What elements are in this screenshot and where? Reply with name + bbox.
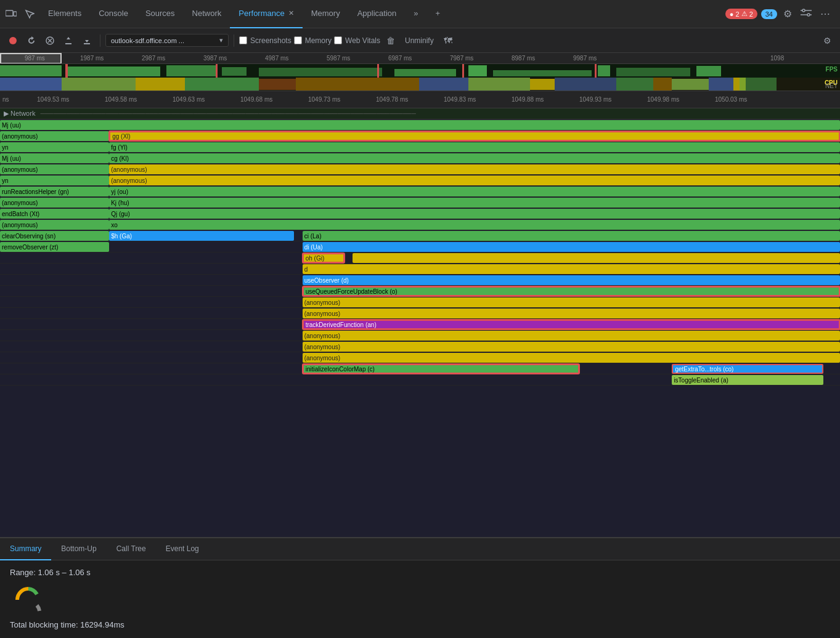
timeline-overview[interactable]: 987 ms 1987 ms 2987 ms 3987 ms 4987 ms 5… [0,53,840,91]
flame-row-anonymous-6[interactable]: (anonymous) [0,308,840,319]
flame-block-yn-label-2[interactable]: yn [0,176,109,185]
flame-row-anonymous-4[interactable]: (anonymous) xo [0,219,840,230]
upload-button[interactable] [60,33,76,49]
flame-row-track-derived[interactable]: trackDerivedFunction (an) [0,319,840,330]
flame-block-anonymous-8[interactable]: (anonymous) [303,342,840,352]
flame-row-use-queued[interactable]: useQueuedForceUpdateBlock (o) [0,286,840,297]
tab-memory[interactable]: Memory [303,0,349,28]
tab-more[interactable]: » [405,0,426,28]
tab-call-tree[interactable]: Call Tree [107,538,156,560]
flame-block-anonymous-label-3[interactable]: (anonymous) [0,198,109,208]
flame-row-yn-2[interactable]: yn (anonymous) [0,175,840,186]
flame-row-run-reactions[interactable]: runReactionsHelper (gn) yj (ou) [0,186,840,197]
unminify-button[interactable]: Unminify [401,33,438,49]
flame-block-remove-observer-label[interactable]: removeObserver (zt) [0,242,109,252]
flame-row-anonymous-1[interactable]: (anonymous) gg (Xl) [0,131,840,142]
flame-block-anonymous-9[interactable]: (anonymous) [303,353,840,363]
tab-elements[interactable]: Elements [39,0,90,28]
tab-network[interactable]: Network [184,0,230,28]
flame-block-use-observer[interactable]: useObserver (d) [303,275,840,285]
web-vitals-checkbox[interactable] [334,36,342,44]
info-badge[interactable]: 34 [761,9,777,19]
flame-chart-scroll[interactable]: ▶ Network ──────────────────────────────… [0,108,840,537]
flame-block-use-queued[interactable]: useQueuedForceUpdateBlock (o) [303,286,840,296]
more-options-icon[interactable]: ⋯ [818,6,833,22]
flame-block-get-extra[interactable]: getExtraTo...trols (co) [672,364,823,374]
flame-block-is-toggle[interactable]: isToggleEnabled (a) [672,375,823,385]
tab-sources[interactable]: Sources [137,0,184,28]
flame-row-is-toggle[interactable]: isToggleEnabled (a) [0,374,840,386]
customize-icon[interactable] [798,6,814,22]
tab-close-icon[interactable]: ✕ [288,9,294,17]
flame-row-anonymous-7[interactable]: (anonymous) [0,330,840,341]
network-section-header[interactable]: ▶ Network ──────────────────────────────… [0,108,840,119]
flame-row-mj-uu-top[interactable]: Mj (uu) [0,119,840,131]
record-button[interactable] [5,33,21,49]
flame-block-di-ua[interactable]: di (Ua) [303,242,840,252]
flame-block-anonymous-7[interactable]: (anonymous) [303,331,840,341]
flame-block-oh-gi-rest[interactable] [353,253,840,263]
toolbar-settings-icon[interactable]: ⚙ [819,33,835,49]
flame-block-gg-xl[interactable]: gg (Xl) [109,131,840,141]
flame-row-end-batch[interactable]: endBatch (Xt) Qj (gu) [0,208,840,219]
flame-block-xo[interactable]: xo [109,220,840,230]
flame-row-d[interactable]: d [0,264,840,275]
tab-console[interactable]: Console [90,0,137,28]
tab-summary[interactable]: Summary [0,538,51,560]
flame-block-cg-kl[interactable]: cg (Kl) [109,153,840,163]
flame-row-anonymous-8[interactable]: (anonymous) [0,341,840,352]
memory-checkbox[interactable] [294,36,302,44]
flame-block-anonymous-label-4[interactable]: (anonymous) [0,220,109,230]
flame-block-kj-hu[interactable]: Kj (hu) [109,198,840,208]
screenshots-checkbox-label[interactable]: Screenshots [239,36,292,45]
web-vitals-checkbox-label[interactable]: Web Vitals [334,36,380,45]
flame-row-oh-gi[interactable]: oh (Gi) [0,252,840,264]
flame-row-yn-1[interactable]: yn fg (Yl) [0,142,840,153]
inspect-icon[interactable] [21,6,38,23]
tab-performance[interactable]: Performance ✕ [230,0,302,28]
flame-row-anonymous-9[interactable]: (anonymous) [0,352,840,363]
memory-checkbox-label[interactable]: Memory [294,36,332,45]
flame-row-use-observer[interactable]: useObserver (d) [0,275,840,286]
flame-row-anonymous-3[interactable]: (anonymous) Kj (hu) [0,197,840,208]
tab-application[interactable]: Application [349,0,406,28]
tab-event-log[interactable]: Event Log [156,538,209,560]
flame-block-end-batch-label[interactable]: endBatch (Xt) [0,209,109,219]
flame-row-clear-observing[interactable]: clearObserving (sn) $h (Ga) ci (La) [0,230,840,241]
reload-record-button[interactable] [23,33,39,49]
flame-block-anonymous-label-1[interactable]: (anonymous) [0,131,109,141]
flame-block-yj-ou[interactable]: yj (ou) [109,187,840,196]
error-badge[interactable]: ● 2 ⚠ 2 [725,9,757,19]
settings-icon[interactable]: ⚙ [781,6,794,22]
clear-button[interactable] [42,33,58,49]
flame-block-oh-gi[interactable]: oh (Gi) [303,253,345,263]
flame-row-remove-observer[interactable]: removeObserver (zt) di (Ua) [0,241,840,252]
download-button[interactable] [79,33,95,49]
flame-block-track-derived[interactable]: trackDerivedFunction (an) [303,320,840,329]
unminify-icon[interactable]: 🗺 [440,33,456,49]
flame-block-mjuu[interactable]: Mj (uu) [0,120,840,130]
flame-block-clear-observing-label[interactable]: clearObserving (sn) [0,231,109,241]
trash-icon[interactable]: 🗑 [383,33,399,49]
flame-block-mj-uu-label[interactable]: Mj (uu) [0,153,109,163]
flame-block-fg-yl[interactable]: fg (Yl) [109,142,840,152]
screenshots-checkbox[interactable] [239,36,247,44]
flame-block-qj-gu[interactable]: Qj (gu) [109,209,840,219]
flame-block-anonymous-yn[interactable]: (anonymous) [109,176,840,185]
flame-block-anonymous-label-2[interactable]: (anonymous) [0,164,109,174]
flame-block-anonymous-5[interactable]: (anonymous) [303,297,840,307]
flame-block-run-reactions-label[interactable]: runReactionsHelper (gn) [0,187,109,196]
flame-block-ci-la[interactable]: ci (La) [303,231,840,241]
flame-block-initialize-icon[interactable]: initializeIconColorMap (c) [303,364,580,374]
flame-block-anonymous-2[interactable]: (anonymous) [109,164,840,174]
flame-block-sh-ga[interactable]: $h (Ga) [109,231,294,241]
dropdown-icon[interactable]: ▾ [219,36,223,44]
flame-row-initialize-icon[interactable]: initializeIconColorMap (c) getExtraTo...… [0,363,840,374]
flame-row-mj-uu-2[interactable]: Mj (uu) cg (Kl) [0,153,840,164]
device-toggle-icon[interactable] [2,6,20,23]
flame-block-d[interactable]: d [303,264,840,274]
flame-row-anonymous-5[interactable]: (anonymous) [0,297,840,308]
tab-bottom-up[interactable]: Bottom-Up [51,538,106,560]
flame-block-yn-label-1[interactable]: yn [0,142,109,152]
flame-row-anonymous-2[interactable]: (anonymous) (anonymous) [0,164,840,175]
